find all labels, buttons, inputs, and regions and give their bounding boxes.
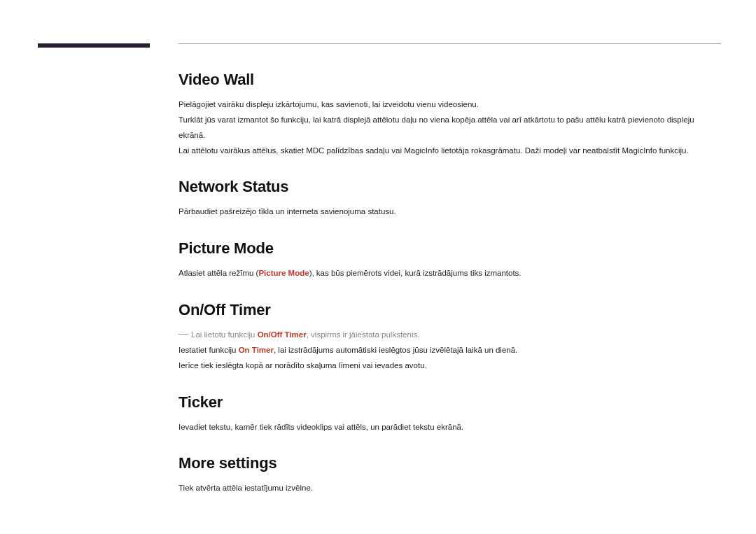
note-line: Lai lietotu funkciju On/Off Timer, vispi… [178, 328, 721, 343]
paragraph: Lai attēlotu vairākus attēlus, skatiet M… [178, 143, 721, 159]
note-dash-icon [178, 334, 188, 335]
paragraph: Ievadiet tekstu, kamēr tiek rādīts video… [178, 420, 721, 435]
section-more-settings: More settings Tiek atvērta attēla iestat… [178, 454, 721, 496]
highlight-picture-mode: Picture Mode [258, 269, 309, 277]
section-picture-mode: Picture Mode Atlasiet attēla režīmu (Pic… [178, 239, 721, 281]
content-column: Video Wall Pielāgojiet vairāku displeju … [178, 43, 721, 516]
heading-ticker: Ticker [178, 393, 721, 412]
page: { "sections": { "videoWall": { "heading"… [0, 0, 756, 534]
heading-video-wall: Video Wall [178, 71, 721, 89]
highlight-on-off-timer: On/Off Timer [258, 330, 307, 339]
heading-network-status: Network Status [178, 178, 721, 196]
text: Iestatiet funkciju [178, 346, 239, 354]
text: Atlasiet attēla režīmu ( [178, 269, 258, 277]
paragraph: Tiek atvērta attēla iestatījumu izvēlne. [178, 481, 721, 496]
sidebar-marker [38, 43, 150, 48]
text: Lai lietotu funkciju [191, 330, 258, 339]
text: ), kas būs piemērots videi, kurā izstrād… [309, 269, 522, 277]
heading-on-off-timer: On/Off Timer [178, 301, 721, 319]
highlight-on-timer: On Timer [239, 346, 274, 354]
paragraph: Turklāt jūs varat izmantot šo funkciju, … [178, 113, 721, 143]
paragraph: Atlasiet attēla režīmu (Picture Mode), k… [178, 266, 721, 281]
section-video-wall: Video Wall Pielāgojiet vairāku displeju … [178, 71, 721, 158]
section-network-status: Network Status Pārbaudiet pašreizējo tīk… [178, 178, 721, 220]
section-ticker: Ticker Ievadiet tekstu, kamēr tiek rādīt… [178, 393, 721, 435]
paragraph: Pārbaudiet pašreizējo tīkla un interneta… [178, 204, 721, 220]
paragraph: Ierīce tiek ieslēgta kopā ar norādīto sk… [178, 358, 721, 374]
heading-picture-mode: Picture Mode [178, 239, 721, 258]
text: , lai izstrādājums automātiski ieslēgtos… [274, 346, 517, 354]
text: , vispirms ir jāiestata pulkstenis. [307, 330, 420, 339]
heading-more-settings: More settings [178, 454, 721, 472]
paragraph: Iestatiet funkciju On Timer, lai izstrād… [178, 343, 721, 358]
section-on-off-timer: On/Off Timer Lai lietotu funkciju On/Off… [178, 301, 721, 374]
paragraph: Pielāgojiet vairāku displeju izkārtojumu… [178, 97, 721, 113]
